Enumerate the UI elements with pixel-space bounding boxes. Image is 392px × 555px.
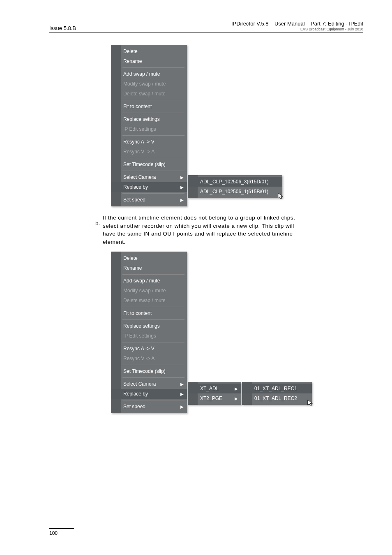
menu-separator — [122, 158, 184, 158]
submenu-clip-2[interactable]: ADL_CLP_102506_1(615B/01) — [188, 187, 282, 197]
submenu-server-xt-adl[interactable]: XT_ADL ▶ — [188, 384, 241, 393]
menu-replace-settings[interactable]: Replace settings — [111, 321, 187, 331]
issue-label: Issue 5.8.B — [49, 25, 76, 31]
menu-replace-by[interactable]: Replace by ▶ — [111, 389, 187, 399]
menu-set-speed-label: Set speed — [123, 197, 145, 203]
submenu-recorder-2[interactable]: 01_XT_ADL_REC2 — [242, 393, 312, 403]
paragraph-b: b.If the current timeline element does n… — [103, 214, 363, 246]
menu-replace-by-label: Replace by — [123, 184, 148, 190]
submenu-xt-adl-label: XT_ADL — [200, 386, 219, 391]
context-menu-figure-1: Delete Rename Add swap / mute Modify swa… — [111, 45, 363, 206]
menu-delete[interactable]: Delete — [111, 253, 187, 263]
submenu-server-xt2-pge[interactable]: XT2_PGE ▶ — [188, 393, 241, 403]
menu-add-swap[interactable]: Add swap / mute — [111, 69, 187, 79]
menu-resync-va: Resync V -> A — [111, 147, 187, 157]
menu-separator — [122, 319, 184, 320]
chevron-right-icon: ▶ — [235, 396, 238, 401]
menu-replace-by[interactable]: Replace by ▶ — [111, 182, 187, 192]
chevron-right-icon: ▶ — [235, 386, 238, 391]
chevron-right-icon: ▶ — [180, 198, 184, 202]
menu-separator — [122, 377, 184, 378]
menu-add-swap[interactable]: Add swap / mute — [111, 276, 187, 286]
chevron-right-icon: ▶ — [180, 382, 184, 386]
context-menu-2[interactable]: Delete Rename Add swap / mute Modify swa… — [111, 252, 187, 413]
cursor-icon — [307, 399, 314, 407]
page-header: Issue 5.8.B IPDirector V.5.8 – User Manu… — [49, 21, 363, 32]
menu-set-timecode[interactable]: Set Timecode (slip) — [111, 366, 187, 376]
menu-delete-swap: Delete swap / mute — [111, 296, 187, 305]
paragraph-line-1: If the current timeline element does not… — [103, 215, 295, 221]
page-number: 100 — [49, 530, 58, 536]
menu-separator — [122, 100, 184, 100]
menu-separator — [122, 113, 184, 113]
menu-select-camera[interactable]: Select Camera ▶ — [111, 172, 187, 182]
menu-modify-swap: Modify swap / mute — [111, 286, 187, 296]
menu-modify-swap: Modify swap / mute — [111, 79, 187, 89]
menu-separator — [122, 400, 184, 400]
cursor-icon — [277, 192, 285, 200]
header-right: IPDirector V.5.8 – User Manual – Part 7:… — [231, 21, 363, 31]
menu-delete[interactable]: Delete — [111, 46, 187, 56]
menu-separator — [122, 342, 184, 342]
menu-replace-settings[interactable]: Replace settings — [111, 114, 187, 124]
menu-select-camera[interactable]: Select Camera ▶ — [111, 379, 187, 389]
doc-title: IPDirector V.5.8 – User Manual – Part 7:… — [231, 21, 363, 27]
chevron-right-icon: ▶ — [180, 392, 184, 396]
menu-select-camera-label: Select Camera — [123, 174, 156, 180]
menu-set-speed-label: Set speed — [123, 404, 145, 409]
menu-set-speed[interactable]: Set speed ▶ — [111, 402, 187, 412]
chevron-right-icon: ▶ — [180, 175, 184, 180]
menu-select-camera-label: Select Camera — [123, 381, 156, 387]
paragraph-line-2: select another recorder on which you wil… — [103, 223, 294, 229]
page-footer: 100 — [49, 528, 74, 536]
menu-resync-va: Resync V -> A — [111, 354, 187, 363]
menu-rename[interactable]: Rename — [111, 263, 187, 273]
menu-separator — [122, 365, 184, 365]
menu-delete-swap: Delete swap / mute — [111, 89, 187, 99]
menu-ip-edit-settings: IP Edit settings — [111, 124, 187, 134]
paragraph-line-4: element. — [103, 239, 126, 245]
menu-separator — [122, 67, 184, 68]
replace-by-submenu-servers[interactable]: XT_ADL ▶ XT2_PGE ▶ — [188, 382, 241, 405]
menu-rename[interactable]: Rename — [111, 56, 187, 66]
menu-resync-av[interactable]: Resync A -> V — [111, 344, 187, 354]
replace-by-submenu[interactable]: ADL_CLP_102506_3(615D/01) ADL_CLP_102506… — [188, 175, 282, 198]
menu-ip-edit-settings: IP Edit settings — [111, 331, 187, 341]
replace-by-submenu-recorders[interactable]: 01_XT_ADL_REC1 01_XT_ADL_REC2 — [242, 382, 312, 405]
submenu-recorder-1[interactable]: 01_XT_ADL_REC1 — [242, 384, 312, 393]
context-menu-figure-2: Delete Rename Add swap / mute Modify swa… — [111, 252, 363, 413]
menu-separator — [122, 274, 184, 275]
doc-meta: EVS Broadcast Equipment - July 2010 — [231, 27, 363, 31]
paragraph-label: b. — [95, 220, 100, 228]
menu-separator — [122, 135, 184, 136]
context-menu[interactable]: Delete Rename Add swap / mute Modify swa… — [111, 45, 187, 206]
menu-separator — [122, 193, 184, 194]
menu-set-timecode[interactable]: Set Timecode (slip) — [111, 160, 187, 169]
menu-separator — [122, 171, 184, 171]
menu-set-speed[interactable]: Set speed ▶ — [111, 195, 187, 205]
menu-resync-av[interactable]: Resync A -> V — [111, 137, 187, 147]
chevron-right-icon: ▶ — [180, 405, 184, 409]
menu-fit-content[interactable]: Fit to content — [111, 102, 187, 111]
menu-separator — [122, 307, 184, 307]
paragraph-line-3: have the same IN and OUT points and will… — [103, 231, 293, 237]
menu-fit-content[interactable]: Fit to content — [111, 308, 187, 318]
chevron-right-icon: ▶ — [180, 185, 184, 190]
submenu-clip-1[interactable]: ADL_CLP_102506_3(615D/01) — [188, 177, 282, 187]
submenu-xt2-pge-label: XT2_PGE — [200, 395, 222, 401]
menu-replace-by-label: Replace by — [123, 391, 148, 397]
